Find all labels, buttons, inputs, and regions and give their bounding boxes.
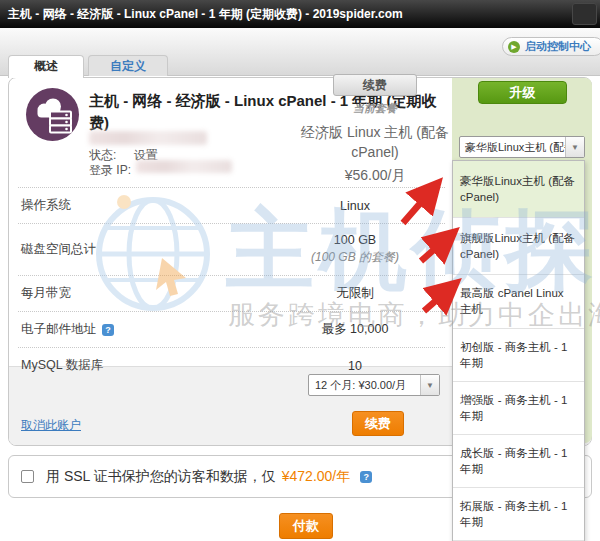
upgrade-option[interactable]: 旗舰版Linux主机 (配备 cPanel) [453,217,584,274]
launch-control-center-label: 启动控制中心 [525,39,591,54]
redacted-ip [136,160,232,173]
titlebar-button[interactable] [572,3,597,25]
renewal-term-select[interactable]: 12 个月: ¥30.00/月 ▼ [308,374,440,396]
renew-button[interactable]: 续费 [352,411,404,436]
table-row: 操作系统 Linux [18,187,445,224]
spec-value: 无限制 [265,285,445,302]
spec-label: MySQL 数据库 [18,357,103,374]
upgrade-plan-dropdown: 豪华版Linux主机 (配备 cPanel) 旗舰版Linux主机 (配备 cP… [452,160,585,541]
current-plan-block: 当前套餐 经济版 Linux 主机 (配备 cPanel) ¥56.00/月 [297,101,453,185]
upgrade-option[interactable]: 豪华版Linux主机 (配备 cPanel) [453,161,584,217]
spec-table: 操作系统 Linux 磁盘空间总计 100 GB (100 GB 的套餐) 每月… [18,187,445,383]
chevron-down-icon: ▼ [420,375,439,395]
spec-label: 每月带宽 [18,285,71,302]
hosting-overview-page: 主机 - 网络 - 经济版 - Linux cPanel - 1 年期 (定期收… [0,0,600,541]
login-ip-label: 登录 IP: [89,163,131,177]
window-title-bar: 主机 - 网络 - 经济版 - Linux cPanel - 1 年期 (定期收… [0,0,600,28]
upgrade-option[interactable]: 最高版 cPanel Linux 主机 [453,274,584,327]
spec-value: 10 [265,359,445,373]
spec-value: 100 GB (100 GB 的套餐) [265,233,445,266]
upgrade-plan-select[interactable]: 豪华版Linux主机 (配备 ▼ [459,136,585,158]
hosting-product-icon [25,87,80,146]
renewal-term-value: 12 个月: ¥30.00/月 [309,378,420,393]
spec-label: 操作系统 [18,197,71,214]
cancel-account-link[interactable]: 取消此账户 [21,417,81,434]
upgrade-button[interactable]: 升级 [478,81,567,104]
redacted-domain [89,131,207,145]
pay-button[interactable]: 付款 [279,513,333,539]
upgrade-option[interactable]: 拓展版 - 商务主机 - 1 年期 [453,487,584,540]
table-row: 磁盘空间总计 100 GB (100 GB 的套餐) [18,224,445,276]
play-icon: ▶ [508,41,520,53]
renew-button-top[interactable]: 续费 [333,74,417,96]
spec-value: Linux [265,199,445,213]
ssl-offer-label: 用 SSL 证书保护您的访客和数据，仅 [46,468,276,486]
current-plan-price: ¥56.00/月 [297,167,453,185]
spec-label: 电子邮件地址 ? [18,321,114,338]
spec-value: 最多 10,000 [265,321,445,338]
spec-value-note: (100 GB 的套餐) [265,249,445,266]
status-label: 状态: [89,148,116,162]
ssl-checkbox[interactable] [21,470,34,483]
page-title: 主机 - 网络 - 经济版 - Linux cPanel - 1 年期 (定期收… [8,0,403,28]
chevron-down-icon: ▼ [565,137,584,157]
help-icon[interactable]: ? [102,324,114,336]
table-row: 电子邮件地址 ? 最多 10,000 [18,312,445,348]
spec-label: 磁盘空间总计 [18,241,96,258]
upgrade-option[interactable]: 初创版 - 商务主机 - 1 年期 [453,328,584,381]
ssl-offer-price: ¥472.00/年 [282,468,351,486]
login-ip-line: 登录 IP: [89,162,131,179]
table-row: 每月带宽 无限制 [18,276,445,312]
current-plan-name: 经济版 Linux 主机 (配备 cPanel) [297,122,453,163]
upgrade-option[interactable]: 增强版 - 商务主机 - 1 年期 [453,381,584,434]
help-icon[interactable]: ? [360,471,372,483]
upgrade-option[interactable]: 成长版 - 商务主机 - 1 年期 [453,434,584,487]
upgrade-plan-select-value: 豪华版Linux主机 (配备 [460,140,565,155]
spec-value-main: 100 GB [265,233,445,247]
launch-control-center-button[interactable]: ▶ 启动控制中心 [502,37,600,56]
current-plan-caption: 当前套餐 [297,101,453,116]
spec-label-text: 电子邮件地址 [21,321,96,338]
tab-overview[interactable]: 概述 [8,55,84,78]
tab-customize[interactable]: 自定义 [88,55,168,76]
